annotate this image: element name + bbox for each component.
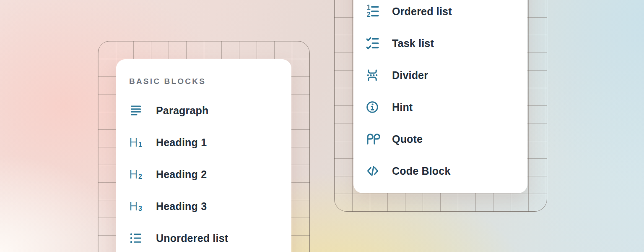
ordered-list-digit-1: 1 <box>367 4 371 11</box>
menu-item-ordered-list[interactable]: 1 2 Ordered list <box>353 0 527 27</box>
menu-item-label: Heading 3 <box>156 200 207 213</box>
heading-icon-level: 1 <box>138 142 142 148</box>
menu-item-label: Heading 1 <box>156 136 207 149</box>
menu-item-list: Paragraph H1 Heading 1 H2 Heading 2 H3 H… <box>116 94 291 252</box>
menu-item-label: Task list <box>392 37 434 50</box>
quote-icon <box>365 132 384 146</box>
menu-item-heading-1[interactable]: H1 Heading 1 <box>116 126 291 158</box>
hint-icon <box>365 100 384 114</box>
menu-section-header: BASIC BLOCKS <box>129 77 206 86</box>
divider-icon <box>365 68 384 82</box>
heading-icon-letter: H <box>129 200 138 213</box>
menu-item-heading-3[interactable]: H3 Heading 3 <box>116 190 291 222</box>
menu-item-label: Code Block <box>392 165 451 177</box>
menu-item-label: Unordered list <box>156 232 228 244</box>
heading-3-icon: H3 <box>129 200 148 213</box>
menu-item-label: Quote <box>392 133 423 145</box>
menu-item-label: Ordered list <box>392 5 452 18</box>
heading-icon-level: 3 <box>138 205 142 212</box>
insert-blocks-menu: 1 2 Ordered list Task list <box>353 0 527 193</box>
code-block-icon <box>365 164 384 178</box>
basic-blocks-menu: BASIC BLOCKS Paragraph H1 Heading 1 H2 H… <box>116 59 291 252</box>
heading-1-icon: H1 <box>129 136 148 149</box>
heading-icon-letter: H <box>129 136 138 149</box>
heading-icon-level: 2 <box>138 173 142 180</box>
unordered-list-icon <box>129 231 148 245</box>
heading-2-icon: H2 <box>129 168 148 181</box>
hero-background: BASIC BLOCKS Paragraph H1 Heading 1 H2 H… <box>0 0 644 252</box>
menu-item-quote[interactable]: Quote <box>353 123 527 155</box>
menu-item-label: Heading 2 <box>156 168 207 181</box>
menu-item-heading-2[interactable]: H2 Heading 2 <box>116 158 291 190</box>
menu-item-code-block[interactable]: Code Block <box>353 155 527 187</box>
menu-item-hint[interactable]: Hint <box>353 91 527 123</box>
menu-item-list: 1 2 Ordered list Task list <box>353 0 527 187</box>
paragraph-icon <box>129 104 148 117</box>
menu-item-label: Paragraph <box>156 105 208 117</box>
task-list-icon <box>365 36 384 51</box>
ordered-list-digit-2: 2 <box>367 11 371 18</box>
menu-item-paragraph[interactable]: Paragraph <box>116 94 291 126</box>
menu-item-label: Divider <box>392 69 428 81</box>
heading-icon-letter: H <box>129 168 138 181</box>
menu-item-divider[interactable]: Divider <box>353 59 527 91</box>
ordered-list-icon: 1 2 <box>365 4 384 19</box>
menu-item-task-list[interactable]: Task list <box>353 27 527 59</box>
menu-item-label: Hint <box>392 101 413 113</box>
menu-item-unordered-list[interactable]: Unordered list <box>116 222 291 252</box>
